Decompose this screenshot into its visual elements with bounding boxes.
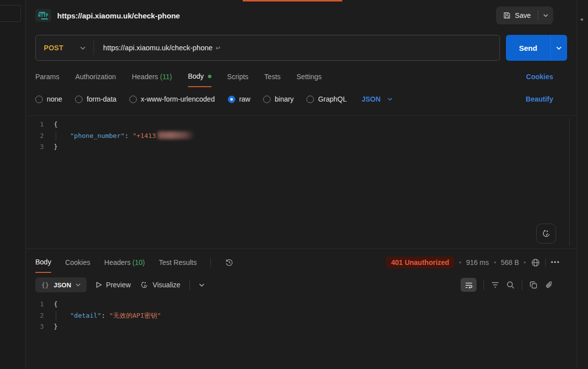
code-brace: } [54, 323, 58, 330]
code-line: 1 { [26, 119, 576, 130]
body-type-options: none form-data x-www-form-urlencoded raw… [26, 90, 576, 109]
response-tab-body[interactable]: Body [35, 252, 51, 273]
search-icon [506, 281, 515, 289]
radio-graphql[interactable]: GraphQL [306, 95, 347, 103]
headers-count: (11) [160, 73, 172, 81]
request-panel: HTTP https://api.xiaomu.uk/check-phone S… [26, 0, 576, 369]
response-status-zone: 401 Unauthorized 916 ms 568 B ••• [386, 256, 560, 268]
network-info-button[interactable] [531, 258, 540, 267]
divider [94, 41, 94, 55]
radio-label: form-data [87, 95, 116, 103]
divider [190, 280, 190, 290]
tab-body[interactable]: Body [188, 66, 211, 87]
sidebar-partial-item[interactable] [0, 5, 21, 22]
json-value: "+1413 [132, 132, 156, 139]
code-line: 3 } [26, 321, 576, 333]
response-format-selector[interactable]: {} JSON [35, 277, 87, 292]
postbot-ai-button[interactable] [536, 224, 556, 244]
http-request-icon: HTTP [35, 9, 51, 22]
redacted-phone-digits [158, 131, 195, 139]
url-input-box[interactable]: POST https://api.xiaomu.uk/check-phone ↵ [35, 35, 500, 61]
code-line: 1 { [26, 299, 576, 310]
tab-label: Settings [296, 73, 322, 81]
radio-binary[interactable]: binary [263, 95, 294, 103]
response-size[interactable]: 568 B [501, 258, 519, 266]
beautify-link[interactable]: Beautify [526, 95, 553, 103]
search-button[interactable] [506, 281, 515, 289]
preview-button[interactable]: Preview [96, 281, 131, 289]
link-button[interactable] [545, 281, 553, 289]
code-line: 3 } [26, 141, 576, 153]
tab-settings[interactable]: Settings [296, 67, 322, 87]
divider [210, 257, 211, 267]
line-number: 3 [26, 321, 54, 333]
response-body-editor[interactable]: 1 { 2 "detail":"无效的API密钥" 3 } [26, 296, 576, 369]
visualize-dropdown-button[interactable] [199, 283, 204, 287]
tab-scripts[interactable]: Scripts [227, 67, 249, 87]
request-url-input[interactable]: https://api.xiaomu.uk/check-phone [103, 44, 212, 52]
collapse-panel-icon[interactable]: ◂ [580, 16, 583, 22]
visualize-label: Visualize [153, 281, 181, 289]
copy-button[interactable] [529, 281, 538, 289]
radio-form-data[interactable]: form-data [75, 95, 116, 103]
response-time[interactable]: 916 ms [466, 258, 489, 266]
filter-icon [491, 281, 499, 288]
save-dropdown-button[interactable] [538, 14, 553, 17]
visualize-button[interactable]: Visualize [140, 280, 181, 289]
radio-icon [75, 96, 83, 103]
code-brace: { [54, 300, 58, 308]
tab-label: Cookies [65, 258, 91, 266]
request-title: https://api.xiaomu.uk/check-phone [57, 11, 180, 20]
send-dropdown-button[interactable] [551, 46, 567, 50]
tab-label: Headers [104, 258, 131, 266]
cookies-link[interactable]: Cookies [526, 73, 553, 81]
response-toolbar-right [461, 278, 553, 292]
line-number: 2 [26, 310, 54, 322]
response-toolbar: {} JSON Preview Visualize [26, 275, 576, 294]
globe-icon [531, 258, 540, 267]
radio-icon-selected [228, 96, 235, 103]
line-number: 3 [26, 141, 54, 153]
response-history-button[interactable] [225, 258, 234, 267]
tab-headers[interactable]: Headers (11) [132, 67, 172, 87]
radio-raw[interactable]: raw [228, 95, 251, 103]
method-selector[interactable]: POST [36, 35, 94, 60]
more-options-button[interactable]: ••• [551, 259, 560, 266]
tab-label: Headers [132, 73, 158, 81]
editor-scrollbar[interactable] [569, 118, 570, 246]
preview-label: Preview [106, 281, 131, 289]
code-brace: } [54, 143, 58, 150]
right-rail: ◂ [577, 0, 588, 369]
save-label: Save [515, 11, 531, 19]
divider [522, 280, 522, 290]
format-label: JSON [362, 95, 381, 103]
save-button[interactable]: Save [496, 6, 553, 24]
tab-authorization[interactable]: Authorization [75, 67, 116, 87]
radio-none[interactable]: none [35, 95, 62, 103]
wrap-text-button[interactable] [461, 278, 477, 292]
tab-label: Tests [264, 73, 281, 81]
sparkle-circle-icon [140, 280, 149, 289]
url-row: POST https://api.xiaomu.uk/check-phone ↵… [26, 35, 576, 61]
radio-icon [263, 96, 271, 103]
filter-button[interactable] [491, 281, 499, 288]
copy-icon [529, 281, 538, 289]
braces-icon: {} [41, 281, 49, 289]
radio-x-www-form-urlencoded[interactable]: x-www-form-urlencoded [129, 95, 215, 103]
response-tab-headers[interactable]: Headers (10) [104, 252, 145, 272]
request-body-editor[interactable]: 1 { 2 "phone_number":"+1413 3 } [26, 116, 576, 249]
divider [484, 280, 484, 290]
left-sidebar [0, 0, 26, 369]
tab-tests[interactable]: Tests [264, 67, 281, 87]
response-tab-test-results[interactable]: Test Results [159, 252, 196, 272]
raw-format-selector[interactable]: JSON [362, 95, 392, 103]
response-tab-cookies[interactable]: Cookies [65, 252, 91, 272]
json-colon: : [125, 132, 129, 139]
status-badge[interactable]: 401 Unauthorized [386, 256, 454, 268]
response-headers-count: (10) [132, 258, 145, 266]
dot-separator [459, 261, 461, 263]
send-button[interactable]: Send [506, 35, 567, 61]
tab-params[interactable]: Params [35, 67, 59, 87]
save-icon [503, 11, 511, 19]
method-label: POST [44, 44, 63, 52]
